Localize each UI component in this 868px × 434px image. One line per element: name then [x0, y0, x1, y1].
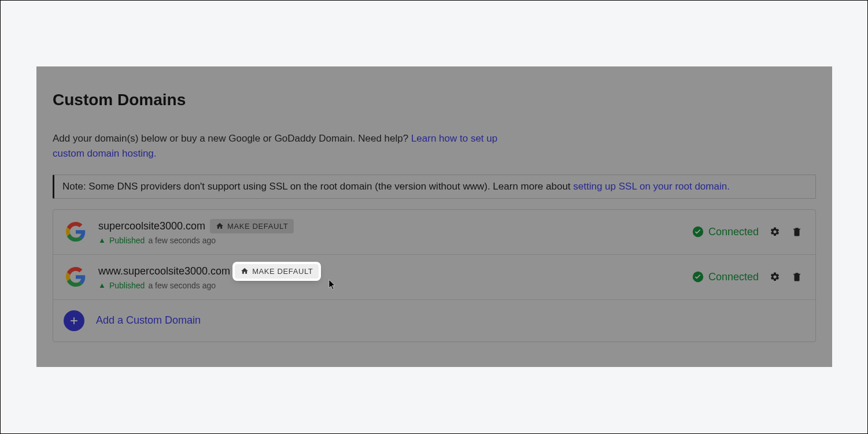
ssl-root-domain-link[interactable]: setting up SSL on your root domain.: [573, 181, 730, 192]
connected-label: Connected: [708, 226, 759, 238]
home-icon: [216, 222, 224, 230]
time-ago: a few seconds ago: [148, 281, 216, 290]
settings-button[interactable]: [769, 226, 781, 238]
home-icon: [241, 267, 249, 275]
domain-top: supercoolsite3000.com MAKE DEFAULT: [98, 219, 692, 233]
rocket-icon: ▲: [98, 236, 106, 244]
add-domain-label[interactable]: Add a Custom Domain: [96, 314, 201, 327]
published-label: Published: [109, 236, 145, 245]
delete-button[interactable]: [791, 271, 803, 283]
domains-list: supercoolsite3000.com MAKE DEFAULT ▲ Pub…: [53, 209, 816, 342]
time-ago: a few seconds ago: [148, 236, 216, 245]
settings-button[interactable]: [769, 271, 781, 283]
domain-name: supercoolsite3000.com: [98, 220, 205, 232]
domain-row: supercoolsite3000.com MAKE DEFAULT ▲ Pub…: [53, 210, 815, 255]
check-circle-icon: [692, 226, 704, 238]
make-default-button[interactable]: MAKE DEFAULT: [235, 264, 319, 279]
domain-row: www.supercoolsite3000.com MAKE DEFAULT ▲…: [53, 255, 815, 300]
trash-icon: [792, 272, 802, 282]
google-logo-icon: [66, 267, 86, 287]
domain-top: www.supercoolsite3000.com MAKE DEFAULT: [98, 264, 692, 279]
connected-label: Connected: [708, 271, 759, 283]
delete-button[interactable]: [791, 226, 803, 238]
make-default-label: MAKE DEFAULT: [252, 267, 313, 276]
published-label: Published: [109, 281, 145, 290]
page-title: Custom Domains: [53, 91, 816, 109]
connected-status: Connected: [692, 226, 759, 238]
make-default-label: MAKE DEFAULT: [227, 222, 288, 231]
add-domain-row[interactable]: + Add a Custom Domain: [53, 300, 815, 342]
domain-status: ▲ Published a few seconds ago: [98, 236, 692, 245]
rocket-icon: ▲: [98, 281, 106, 290]
make-default-button[interactable]: MAKE DEFAULT: [210, 219, 294, 233]
domain-status: ▲ Published a few seconds ago: [98, 281, 692, 290]
google-logo-icon: [66, 222, 86, 242]
intro-text-block: Add your domain(s) below or buy a new Go…: [53, 131, 527, 162]
domain-main: www.supercoolsite3000.com MAKE DEFAULT ▲…: [98, 264, 692, 290]
custom-domains-panel: Custom Domains Add your domain(s) below …: [36, 66, 832, 367]
domain-main: supercoolsite3000.com MAKE DEFAULT ▲ Pub…: [98, 219, 692, 245]
connected-status: Connected: [692, 271, 759, 283]
ssl-note-box: Note: Some DNS providers don't support u…: [53, 175, 816, 199]
row-right: Connected: [692, 226, 803, 238]
trash-icon: [792, 227, 802, 237]
gear-icon: [770, 227, 780, 237]
gear-icon: [770, 272, 780, 282]
intro-text: Add your domain(s) below or buy a new Go…: [53, 133, 411, 144]
plus-icon[interactable]: +: [64, 310, 84, 331]
row-right: Connected: [692, 271, 803, 283]
domain-name: www.supercoolsite3000.com: [98, 265, 230, 277]
note-text: Note: Some DNS providers don't support u…: [62, 181, 573, 192]
check-circle-icon: [692, 271, 704, 283]
